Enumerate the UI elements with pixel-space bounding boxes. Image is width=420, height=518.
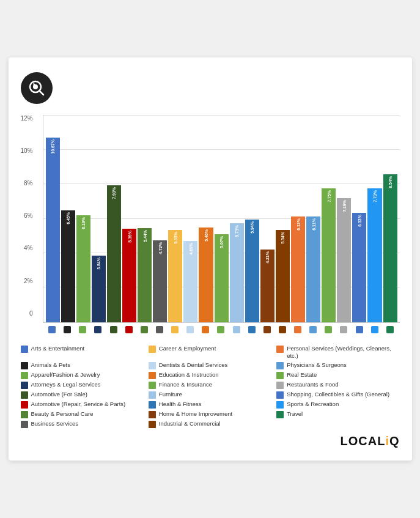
bar-icon-real_estate — [322, 324, 336, 335]
brand: LOCALiQ — [21, 434, 400, 448]
bar-group-furniture: 5.73% — [230, 115, 244, 322]
legend-label: Attorneys & Legal Services — [31, 381, 144, 388]
legend-swatch — [21, 401, 28, 409]
bar-group-industrial: 5.34% — [276, 115, 290, 322]
bar-group-business: 4.72% — [153, 115, 167, 322]
legend-item: Finance & Insurance — [149, 381, 271, 389]
legend-item: Travel — [276, 410, 399, 418]
bar-icon-furniture — [229, 324, 243, 335]
legend-label: Personal Services (Weddings, Cleaners, e… — [287, 345, 399, 360]
bar-value-apparel: 6.19% — [81, 217, 86, 229]
bar-real_estate: 7.75% — [322, 188, 336, 322]
bar-icon-attorneys — [91, 324, 105, 335]
bars-container: 10.67%6.45%6.19%3.84%7.93%5.39%5.44%4.72… — [43, 115, 400, 322]
y-axis-label: 4% — [24, 245, 32, 251]
bar-group-beauty: 5.44% — [138, 115, 152, 322]
legend-label: Automotive (For Sale) — [31, 391, 144, 398]
bar-group-apparel: 6.19% — [76, 115, 90, 322]
bar-value-attorneys: 3.84% — [97, 257, 101, 270]
legend-label: Sports & Recreation — [287, 401, 399, 408]
y-axis-label: 10% — [21, 147, 33, 154]
bar-group-education: 5.46% — [199, 115, 213, 322]
icons-row — [43, 324, 400, 335]
legend-label: Career & Employment — [159, 345, 271, 352]
bar-group-career: 5.33% — [168, 115, 182, 322]
bar-group-restaurants: 7.19% — [337, 115, 351, 322]
legend-item: Physicians & Surgeons — [276, 361, 399, 369]
bar-value-business: 4.72% — [158, 242, 162, 254]
bar-value-shopping: 6.33% — [357, 215, 361, 227]
legend-label: Home & Home Improvement — [159, 410, 271, 418]
legend-label: Furniture — [159, 391, 271, 398]
logo — [21, 72, 53, 104]
legend-swatch — [276, 362, 284, 369]
bar-education: 5.46% — [199, 228, 213, 322]
legend-swatch — [21, 382, 28, 389]
bar-value-dentists: 4.69% — [188, 243, 193, 255]
bar-group-physicians: 6.11% — [306, 115, 320, 322]
legend-item: Apparel/Fashion & Jewelry — [21, 371, 144, 379]
legend-label: Animals & Pets — [31, 361, 144, 369]
legend-item: Beauty & Personal Care — [21, 410, 144, 418]
bar-industrial: 5.34% — [276, 230, 290, 322]
bar-career: 5.33% — [168, 230, 182, 322]
bar-beauty: 5.44% — [138, 228, 152, 322]
chart-wrapper: 02%4%6%8%10%12% 10.67%6.45%6.19%3.84%7.9… — [21, 115, 400, 335]
legend-item: Furniture — [149, 391, 271, 399]
bar-icon-sports — [367, 324, 381, 335]
bar-group-animals: 6.45% — [61, 115, 75, 322]
legend-swatch — [21, 346, 28, 353]
bar-icon-dentists — [183, 324, 197, 335]
bar-group-shopping: 6.33% — [352, 115, 366, 322]
bar-finance: 5.07% — [215, 234, 229, 322]
y-axis-label: 0 — [29, 310, 33, 317]
bar-icon-physicians — [306, 324, 320, 335]
legend-item: Personal Services (Weddings, Cleaners, e… — [276, 345, 399, 360]
svg-line-2 — [39, 91, 43, 95]
legend-swatch — [149, 382, 156, 389]
legend-swatch — [21, 421, 28, 428]
y-axis: 02%4%6%8%10%12% — [21, 115, 35, 317]
legend-item: Restaurants & Food — [276, 381, 399, 389]
legend-item: Animals & Pets — [21, 361, 144, 369]
bar-icon-finance — [214, 324, 228, 335]
bar-icon-automotive_sale — [106, 324, 120, 335]
bar-personal_services: 6.12% — [291, 216, 305, 322]
legend-item: Attorneys & Legal Services — [21, 381, 144, 389]
bar-value-career: 5.33% — [173, 232, 177, 244]
legend-item: Business Services — [21, 420, 144, 428]
legend-swatch — [149, 401, 156, 409]
legend-label: Beauty & Personal Care — [31, 410, 144, 418]
legend-label: Real Estate — [287, 371, 399, 379]
bar-value-arts: 10.67% — [51, 139, 55, 154]
bar-restaurants: 7.19% — [337, 198, 351, 322]
legend-item: Shopping, Collectibles & Gifts (General) — [276, 391, 399, 399]
bar-attorneys: 3.84% — [92, 256, 106, 322]
y-axis-label: 8% — [24, 180, 32, 187]
bar-value-restaurants: 7.19% — [342, 200, 346, 212]
legend-swatch — [276, 411, 284, 418]
legend: Arts & EntertainmentCareer & EmploymentP… — [21, 345, 400, 429]
bar-icon-career — [168, 324, 182, 335]
y-axis-label: 2% — [24, 278, 32, 284]
chart-area: 10.67%6.45%6.19%3.84%7.93%5.39%5.44%4.72… — [43, 115, 400, 323]
bar-value-sports: 7.73% — [373, 190, 377, 202]
legend-swatch — [149, 421, 156, 428]
bar-group-arts: 10.67% — [46, 115, 60, 322]
bar-group-dentists: 4.69% — [183, 115, 197, 322]
bar-business: 4.72% — [153, 240, 167, 322]
bar-automotive_repair: 5.39% — [122, 229, 136, 322]
bar-icon-restaurants — [337, 324, 351, 335]
legend-item: Health & Fitness — [149, 401, 271, 409]
bar-value-beauty: 5.44% — [142, 230, 147, 242]
legend-label: Physicians & Surgeons — [287, 361, 399, 369]
legend-label: Finance & Insurance — [159, 381, 271, 388]
bar-shopping: 6.33% — [352, 213, 366, 322]
bar-home: 4.21% — [260, 250, 274, 322]
bar-value-health: 5.94% — [250, 221, 254, 234]
legend-item: Home & Home Improvement — [149, 410, 271, 418]
y-axis-label: 6% — [24, 212, 32, 219]
bar-value-personal_services: 6.12% — [296, 218, 300, 231]
bar-value-automotive_sale: 7.93% — [112, 187, 116, 199]
bar-group-finance: 5.07% — [215, 115, 229, 322]
